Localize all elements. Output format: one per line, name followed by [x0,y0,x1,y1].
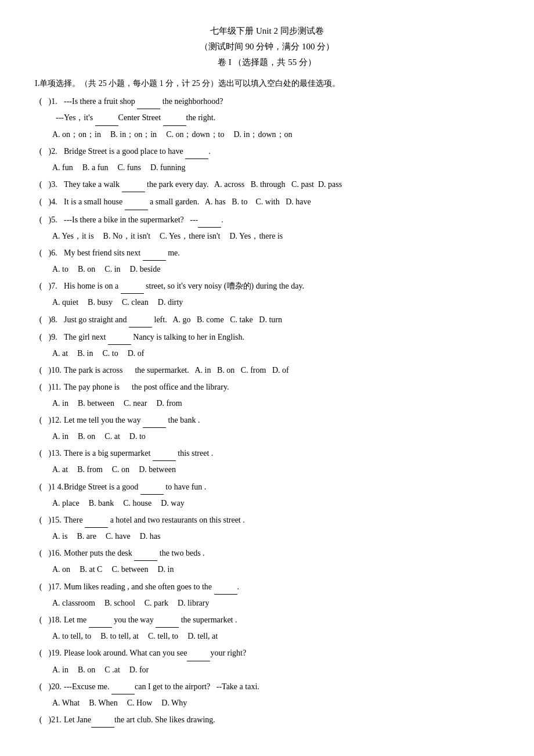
question-1: ( )1. ---Is there a fruit shop the neigh… [35,94,499,142]
q1-optA: A. on；on；in [52,127,101,142]
q2-optA: A. fun [52,160,73,175]
q18-optA: A. to tell, to [52,629,91,643]
q7-text: His home is on a street, so it's very no… [64,279,304,294]
q13-optD: D. between [139,462,176,477]
q9-text: The girl next Nancy is talking to her in… [64,330,244,345]
paren-11: ( [35,380,46,394]
q17-text: Mum likes reading , and she often goes t… [64,579,239,595]
q20-text: ---Excuse me. can I get to the airport? … [64,679,259,694]
q13-text: There is a big supermarket this street . [64,446,213,461]
q1-text: ---Is there a fruit shop the neighborhoo… [64,94,223,109]
q15-optA: A. is [52,529,67,543]
paren-21: ( [35,712,46,727]
question-19: ( )19. Please look around. What can you … [35,646,499,676]
title-line1: 七年级下册 Unit 2 同步测试卷 [35,23,499,39]
paren-8: ( [35,312,46,327]
question-15: ( )15. There a hotel and two restaurants… [35,513,499,543]
paren-1: ( [35,94,46,109]
q20-optD: D. Why [161,696,187,710]
paren-10: ( [35,363,46,377]
qnum-18: )18. [46,613,64,627]
q9-optA: A. at [52,346,68,361]
q1-optB: B. in；on；in [110,127,157,142]
q17-optB: B. school [104,596,135,610]
q19-optA: A. in [52,663,68,677]
q21-text: Let Jane the art club. She likes drawing… [64,712,215,728]
q5-text: ---Is there a bike in the supermarket? -… [64,213,223,228]
q19-text: Please look around. What can you see you… [64,646,246,661]
q14-optB: B. bank [89,496,114,510]
question-20: ( )20. ---Excuse me. can I get to the ai… [35,679,499,710]
q1-optC: C. on；down；to [166,127,224,142]
q12-text: Let me tell you the way the bank . [64,413,200,428]
q7-optB: B. busy [88,295,113,309]
q5-optC: C. Yes，there isn't [160,229,220,243]
title-line2: （测试时间 90 分钟，满分 100 分） [35,39,499,55]
q8-text: Just go straight and left. A. go B. come… [64,312,282,327]
question-3: ( )3. They take a walk the park every da… [35,177,499,192]
question-12: ( )12. Let me tell you the way the bank … [35,413,499,444]
q9-optC: C. to [102,346,118,361]
question-5: ( )5. ---Is there a bike in the supermar… [35,213,499,243]
question-16: ( )16. Mother puts the desk the two beds… [35,546,499,577]
qnum-5: )5. [46,213,64,227]
question-17: ( )17. Mum likes reading , and she often… [35,579,499,610]
q12-optA: A. in [52,429,68,444]
paren-13: ( [35,446,46,460]
paren-7: ( [35,279,46,293]
qnum-14: )1 4. [46,480,64,494]
q7-optD: D. dirty [158,295,183,309]
qnum-13: )13. [46,446,64,460]
q11-text: The pay phone is the post office and the… [64,380,229,394]
q16-text: Mother puts the desk the two beds . [64,546,205,561]
q12-optD: D. to [129,429,146,444]
q16-optA: A. on [52,562,70,577]
q2-optB: B. a fun [82,160,109,175]
q18-optD: D. tell, at [187,629,218,643]
qnum-3: )3. [46,177,64,192]
qnum-9: )9. [46,330,64,344]
q4-text: It is a small house a small garden. A. h… [64,195,311,210]
q11-optC: C. near [124,396,147,411]
q9-optB: B. in [77,346,93,361]
paren-19: ( [35,646,46,660]
paren-6: ( [35,246,46,260]
q11-optB: B. between [78,396,114,411]
qnum-15: )15. [46,513,64,527]
paren-17: ( [35,579,46,594]
qnum-17: )17. [46,579,64,594]
q15-optB: B. are [77,529,96,543]
qnum-8: )8. [46,312,64,327]
q19-optD: D. for [129,663,149,677]
question-2: ( )2. Bridge Street is a good place to h… [35,144,499,175]
section1-header: I.单项选择。（共 25 小题，每小题 1 分，计 25 分）选出可以填入空白处… [35,76,499,91]
q6-text: My best friend sits next me. [64,246,180,261]
q20-optA: A. What [52,696,80,710]
paren-15: ( [35,513,46,527]
question-9: ( )9. The girl next Nancy is talking to … [35,330,499,361]
question-10: ( )10. The park is across the supermarke… [35,363,499,377]
qnum-4: )4. [46,195,64,209]
q18-optC: C. tell, to [148,629,178,643]
q13-optA: A. at [52,462,68,477]
q15-optD: D. has [140,529,161,543]
q14-optC: C. house [123,496,151,510]
q5-optA: A. Yes，it is [52,229,94,243]
q2-optD: D. funning [150,160,186,175]
question-14: ( )1 4. Bridge Street is a good to have … [35,480,499,510]
question-4: ( )4. It is a small house a small garden… [35,195,499,210]
question-11: ( )11. The pay phone is the post office … [35,380,499,410]
question-21: ( )21. Let Jane the art club. She likes … [35,712,499,728]
q5-optD: D. Yes，there is [230,229,283,243]
q1-optD: D. in；down；on [233,127,292,142]
question-18: ( )18. Let me you the way the supermarke… [35,613,499,643]
paren-4: ( [35,195,46,209]
q6-optB: B. on [78,262,95,276]
qnum-11: )11. [46,380,64,394]
q6-optD: D. beside [130,262,161,276]
q12-optB: B. on [78,429,95,444]
q10-text: The park is across the supermarket. A. i… [64,363,289,377]
q20-optB: B. When [89,696,118,710]
q9-optD: D. of [128,346,145,361]
qnum-2: )2. [46,144,64,159]
